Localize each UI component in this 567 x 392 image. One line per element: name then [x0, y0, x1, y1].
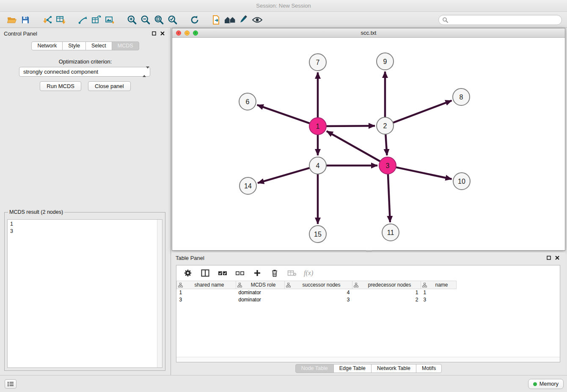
graph-node-3[interactable]: 3	[379, 157, 396, 174]
close-panel-action-button[interactable]: Close panel	[88, 81, 131, 91]
memory-button[interactable]: Memory	[528, 379, 564, 389]
tab-mcds[interactable]: MCDS	[112, 41, 139, 50]
zoom-selected-button[interactable]	[166, 13, 179, 27]
zoom-out-button[interactable]	[139, 13, 152, 27]
table-horizontal-scrollbar[interactable]	[176, 357, 560, 362]
column-header-successor-nodes[interactable]: successor nodes	[285, 281, 352, 289]
show-hide-button[interactable]	[250, 13, 264, 27]
result-line: 1	[10, 221, 162, 228]
table-cell[interactable]: 1	[177, 289, 236, 296]
open-session-button[interactable]	[5, 13, 19, 27]
list-icon	[7, 381, 14, 387]
close-table-panel-button[interactable]	[553, 254, 561, 262]
tab-network-table[interactable]: Network Table	[371, 364, 416, 373]
table-cell[interactable]: dominator	[236, 296, 285, 304]
graph-node-8[interactable]: 8	[453, 88, 470, 105]
home-button[interactable]	[223, 13, 237, 27]
table-cell[interactable]: 4	[285, 289, 352, 296]
graph-edge-3-10[interactable]	[396, 167, 452, 179]
network-window-titlebar[interactable]: × − + scc.txt	[172, 28, 565, 38]
task-history-button[interactable]	[5, 379, 17, 389]
table-settings-button[interactable]	[182, 268, 193, 279]
result-scrollbar[interactable]	[157, 220, 162, 367]
network-graph[interactable]: 7968124314101511	[172, 38, 565, 250]
function-builder-button[interactable]: f(x)	[304, 269, 313, 277]
column-header-predecessor-nodes[interactable]: predecessor nodes	[352, 281, 421, 289]
graph-node-15[interactable]: 15	[309, 226, 326, 243]
node-label: 6	[246, 98, 250, 105]
graph-node-14[interactable]: 14	[239, 177, 256, 194]
refresh-icon	[190, 15, 200, 25]
titlebar: Session: New Session	[0, 0, 567, 12]
graph-node-4[interactable]: 4	[309, 157, 326, 174]
graph-edge-3-1[interactable]	[327, 131, 380, 161]
graph-edge-4-14[interactable]	[258, 168, 310, 183]
zoom-in-button[interactable]	[125, 13, 139, 27]
node-label: 7	[316, 59, 320, 66]
tab-motifs[interactable]: Motifs	[416, 364, 442, 373]
zoom-fit-button[interactable]	[152, 13, 166, 27]
graph-edge-2-8[interactable]	[393, 101, 452, 123]
tab-node-table[interactable]: Node Table	[295, 364, 334, 373]
select-all-button[interactable]	[217, 268, 228, 279]
mcds-result-box[interactable]: 1 3	[7, 219, 162, 368]
table-cell[interactable]: dominator	[236, 289, 285, 296]
search-icon	[442, 17, 448, 23]
delete-table-icon	[287, 270, 297, 276]
memory-label: Memory	[539, 381, 559, 387]
tab-select[interactable]: Select	[85, 41, 112, 50]
float-panel-button[interactable]	[150, 30, 158, 37]
delete-column-button[interactable]	[269, 268, 280, 279]
control-panel-header: Control Panel	[0, 28, 171, 39]
table-row[interactable]: 1 dominator 4 1 1	[177, 289, 457, 296]
add-column-button[interactable]	[252, 268, 263, 279]
export-network-button[interactable]	[210, 13, 223, 27]
graph-edge-1-6[interactable]	[257, 105, 310, 124]
export-image-button[interactable]	[103, 13, 117, 27]
table-cell[interactable]: 3	[177, 296, 236, 304]
graph-node-2[interactable]: 2	[377, 117, 394, 134]
run-mcds-button[interactable]: Run MCDS	[40, 81, 81, 91]
zoom-fit-icon	[154, 15, 164, 25]
optimization-criterion-select[interactable]: strongly connected component	[19, 67, 150, 77]
resize-handle[interactable]	[366, 250, 372, 252]
column-header-mcds-role[interactable]: MCDS role	[236, 281, 285, 289]
column-header-shared-name[interactable]: shared name	[177, 281, 236, 289]
delete-table-button[interactable]	[286, 268, 297, 279]
graph-node-9[interactable]: 9	[377, 53, 394, 70]
graph-edge-1-2[interactable]	[326, 126, 375, 126]
graph-node-6[interactable]: 6	[239, 93, 256, 110]
table-cell[interactable]: 3	[285, 296, 352, 304]
close-panel-button[interactable]	[158, 30, 167, 37]
graph-edge-3-11[interactable]	[388, 174, 390, 222]
network-from-table-button[interactable]	[90, 13, 103, 27]
graph-node-10[interactable]: 10	[453, 173, 470, 190]
graph-node-7[interactable]: 7	[309, 54, 326, 71]
tab-network[interactable]: Network	[31, 41, 63, 50]
table-cell[interactable]: 1	[421, 289, 457, 296]
table-cell[interactable]: 3	[421, 296, 457, 304]
table-cell[interactable]: 2	[352, 296, 421, 304]
style-button[interactable]	[237, 13, 250, 27]
import-network-button[interactable]	[41, 13, 54, 27]
table-panel-content: f(x) shared name MCDS role successor nod…	[176, 265, 560, 362]
new-network-button[interactable]	[76, 13, 90, 27]
tab-style[interactable]: Style	[62, 41, 86, 50]
table-cell[interactable]: 1	[352, 289, 421, 296]
tab-edge-table[interactable]: Edge Table	[333, 364, 372, 373]
graph-edge-2-3[interactable]	[385, 134, 387, 155]
save-session-button[interactable]	[19, 13, 32, 27]
refresh-button[interactable]	[188, 13, 201, 27]
column-header-name[interactable]: name	[421, 281, 457, 289]
network-canvas[interactable]: 7968124314101511	[172, 38, 565, 250]
graph-node-1[interactable]: 1	[309, 118, 326, 135]
import-table-button[interactable]	[54, 13, 68, 27]
float-table-panel-button[interactable]	[545, 254, 553, 262]
search-input[interactable]	[451, 17, 558, 23]
graph-node-11[interactable]: 11	[382, 224, 399, 241]
columns-icon	[201, 269, 209, 277]
deselect-all-button[interactable]	[234, 268, 245, 279]
dropdown-value: strongly connected component	[23, 69, 98, 75]
show-columns-button[interactable]	[200, 268, 211, 279]
table-row[interactable]: 3 dominator 3 2 3	[177, 296, 457, 304]
